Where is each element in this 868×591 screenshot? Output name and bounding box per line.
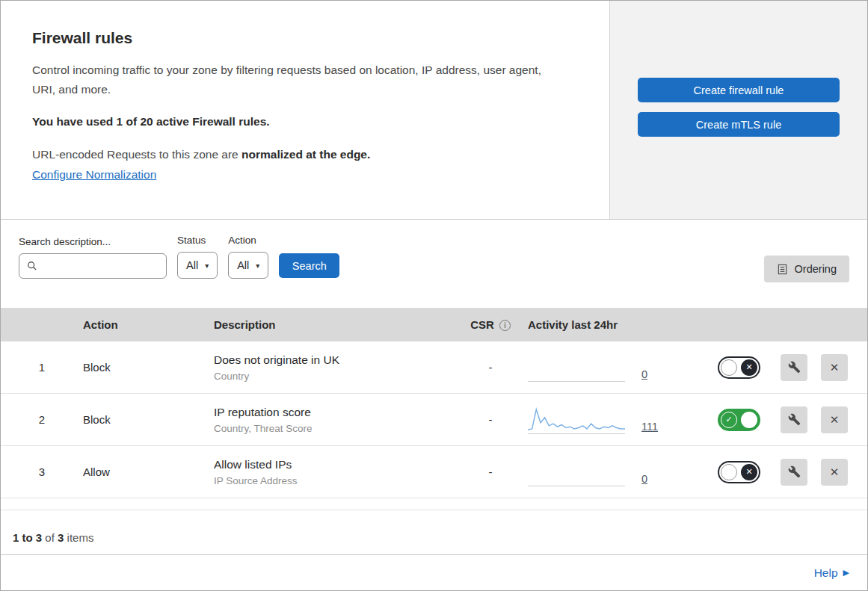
toggle-state-icon <box>721 412 737 428</box>
wrench-icon <box>788 413 801 426</box>
activity-count-link[interactable]: 111 <box>641 420 658 434</box>
rule-description: Allow listed IPs <box>214 458 453 471</box>
enable-toggle[interactable] <box>718 356 760 379</box>
create-mtls-rule-button[interactable]: Create mTLS rule <box>638 112 840 137</box>
rule-tools-cell: ✕ <box>775 459 867 486</box>
activity-sparkline <box>528 406 625 434</box>
status-dropdown[interactable]: All ▾ <box>177 252 218 279</box>
column-description: Description <box>214 318 453 331</box>
items-text: items <box>67 531 94 544</box>
activity-count-link[interactable]: 0 <box>641 472 647 486</box>
search-button[interactable]: Search <box>279 253 339 278</box>
table-bottom-divider <box>1 498 867 510</box>
create-firewall-rule-button[interactable]: Create firewall rule <box>638 78 840 102</box>
delete-rule-button[interactable]: ✕ <box>821 459 848 486</box>
actions-panel: Create firewall rule Create mTLS rule <box>609 1 867 219</box>
table-header: Action Description CSRi Activity last 24… <box>1 308 867 341</box>
activity-count-link[interactable]: 0 <box>641 368 647 382</box>
action-label: Action <box>228 235 268 246</box>
filter-controls: Search description... Status All ▾ Actio… <box>19 235 339 279</box>
edit-rule-button[interactable] <box>781 354 807 381</box>
rule-tools-cell: ✕ <box>775 354 867 381</box>
rule-priority: 1 <box>1 361 83 374</box>
item-total: 3 <box>58 531 64 544</box>
ordering-button-label: Ordering <box>795 263 837 275</box>
header-card: Firewall rules Control incoming traffic … <box>1 1 867 220</box>
rule-csr: - <box>453 361 528 374</box>
enable-toggle[interactable] <box>718 409 760 431</box>
help-label: Help <box>814 566 838 580</box>
rule-priority: 2 <box>1 413 83 426</box>
edit-rule-button[interactable] <box>781 459 807 486</box>
page-title: Firewall rules <box>32 29 579 47</box>
of-text: of <box>45 531 55 544</box>
rule-toggle-cell <box>704 461 775 483</box>
close-icon: ✕ <box>830 465 840 479</box>
header-content: Firewall rules Control incoming traffic … <box>1 1 609 219</box>
table-row: 1 Block Does not originate in UK Country… <box>1 341 867 394</box>
search-label: Search description... <box>19 236 167 247</box>
filter-bar: Search description... Status All ▾ Actio… <box>1 220 867 308</box>
ordering-button[interactable]: Ordering <box>764 256 849 282</box>
edit-rule-button[interactable] <box>781 406 807 433</box>
close-icon: ✕ <box>830 413 840 427</box>
configure-normalization-link[interactable]: Configure Normalization <box>32 168 156 181</box>
enable-toggle[interactable] <box>718 461 760 483</box>
rule-description-cell: Allow listed IPs IP Source Address <box>214 458 453 486</box>
rule-action: Allow <box>83 465 214 478</box>
rule-action: Block <box>83 361 214 374</box>
action-filter-group: Action All ▾ <box>228 235 268 279</box>
column-activity: Activity last 24hr <box>528 318 704 331</box>
rule-tools-cell: ✕ <box>775 406 867 433</box>
rule-activity-cell: 111 <box>528 406 704 434</box>
status-label: Status <box>177 235 218 246</box>
rule-description: Does not originate in UK <box>214 353 453 367</box>
table-row: 2 Block IP reputation score Country, Thr… <box>1 394 867 446</box>
delete-rule-button[interactable]: ✕ <box>821 354 848 381</box>
activity-sparkline <box>528 353 625 382</box>
toggle-knob <box>721 359 737 376</box>
rule-priority: 3 <box>1 465 83 478</box>
status-filter-group: Status All ▾ <box>177 235 218 279</box>
status-dropdown-value: All <box>186 259 198 271</box>
rule-action: Block <box>83 413 214 426</box>
item-range: 1 to 3 <box>13 531 42 544</box>
normalization-bold: normalized at the edge. <box>241 148 370 161</box>
pagination-summary: 1 to 3 of 3 items <box>1 510 867 544</box>
csr-label: CSR <box>470 318 494 331</box>
help-link[interactable]: Help ▶ <box>814 566 849 580</box>
rule-toggle-cell <box>704 356 775 379</box>
search-input[interactable] <box>19 253 167 279</box>
rule-activity-cell: 0 <box>528 458 704 486</box>
action-dropdown[interactable]: All ▾ <box>228 252 268 279</box>
search-field[interactable] <box>43 259 158 273</box>
toggle-knob <box>741 412 757 428</box>
rule-activity-cell: 0 <box>528 353 704 382</box>
toggle-state-icon <box>741 464 757 480</box>
column-action: Action <box>83 318 214 331</box>
column-csr: CSRi <box>453 318 528 331</box>
normalization-prefix: URL-encoded Requests to this zone are <box>32 148 241 161</box>
rule-fields: Country <box>214 371 453 382</box>
rule-description: IP reputation score <box>214 406 453 419</box>
info-icon[interactable]: i <box>499 320 511 331</box>
activity-sparkline <box>528 458 625 486</box>
rule-fields: IP Source Address <box>214 475 453 486</box>
search-group: Search description... <box>19 236 167 279</box>
delete-rule-button[interactable]: ✕ <box>821 406 848 433</box>
toggle-state-icon <box>741 359 757 376</box>
action-dropdown-value: All <box>237 259 249 271</box>
help-bar: Help ▶ <box>1 554 867 590</box>
table-row: 3 Allow Allow listed IPs IP Source Addre… <box>1 446 867 498</box>
chevron-down-icon: ▾ <box>205 262 209 270</box>
chevron-down-icon: ▾ <box>256 262 259 270</box>
normalization-text: URL-encoded Requests to this zone are no… <box>32 148 579 161</box>
wrench-icon <box>788 361 801 374</box>
search-icon <box>27 261 37 271</box>
rule-csr: - <box>453 413 528 426</box>
ordering-icon <box>777 264 788 275</box>
usage-text: You have used 1 of 20 active Firewall ru… <box>32 115 579 129</box>
page-description: Control incoming traffic to your zone by… <box>32 61 563 99</box>
rule-fields: Country, Threat Score <box>214 423 453 434</box>
rule-toggle-cell <box>704 409 775 431</box>
